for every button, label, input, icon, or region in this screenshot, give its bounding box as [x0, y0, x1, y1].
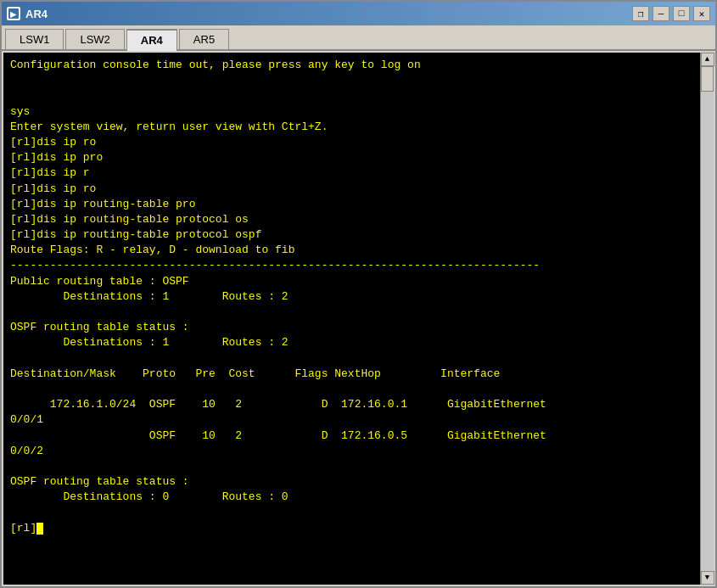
scroll-track[interactable]	[701, 66, 714, 571]
restore-button[interactable]: ❐	[632, 6, 649, 21]
window-controls: ❐ — □ ✕	[632, 6, 710, 21]
tab-lsw1[interactable]: LSW1	[5, 29, 64, 49]
tab-lsw2[interactable]: LSW2	[65, 29, 124, 49]
scrollbar: ▲ ▼	[700, 53, 714, 585]
scroll-down-button[interactable]: ▼	[701, 571, 714, 585]
scroll-up-button[interactable]: ▲	[701, 53, 714, 66]
cursor	[36, 523, 43, 535]
close-button[interactable]: ✕	[693, 6, 710, 21]
window-icon: ▶	[7, 7, 20, 20]
terminal-wrapper: Configuration console time out, please p…	[2, 51, 715, 586]
terminal-output[interactable]: Configuration console time out, please p…	[3, 53, 700, 585]
svg-text:▶: ▶	[10, 10, 17, 19]
main-window: ▶ AR4 ❐ — □ ✕ LSW1 LSW2 AR4 AR5 Configur…	[0, 0, 717, 588]
scroll-thumb[interactable]	[701, 66, 714, 92]
tab-ar4[interactable]: AR4	[126, 29, 177, 51]
minimize-button[interactable]: —	[653, 6, 669, 21]
title-bar: ▶ AR4 ❐ — □ ✕	[2, 2, 715, 25]
tab-ar5[interactable]: AR5	[179, 29, 229, 49]
window-title: AR4	[25, 8, 632, 20]
maximize-button[interactable]: □	[673, 6, 690, 21]
tab-bar: LSW1 LSW2 AR4 AR5	[2, 25, 715, 51]
